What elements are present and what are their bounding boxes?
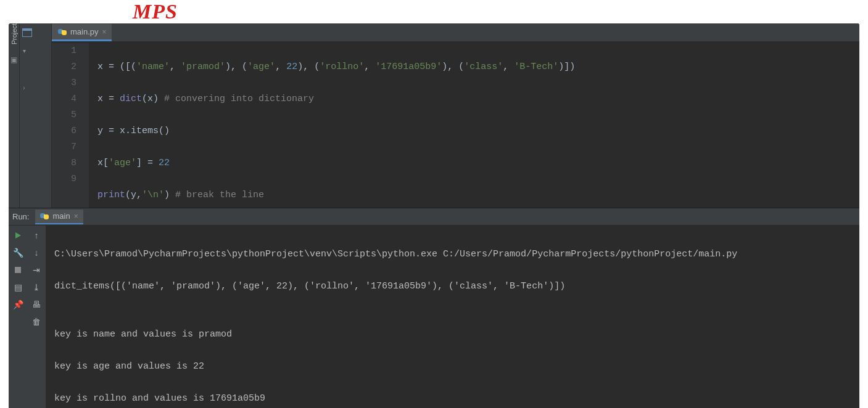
line-number: 8 xyxy=(52,155,76,171)
code-text: ) xyxy=(442,62,447,72)
console-line: C:\Users\Pramod\PycharmProjects\pythonPr… xyxy=(54,247,851,263)
tree-row[interactable] xyxy=(21,57,50,69)
code-text: 'rollno' xyxy=(320,62,364,72)
line-number: 1 xyxy=(52,43,76,59)
python-file-icon xyxy=(58,28,67,36)
pin-icon[interactable]: 📌 xyxy=(12,300,23,309)
code-text: ) xyxy=(164,190,175,200)
editor-section: Project ▣ ▾ › main.py × xyxy=(9,23,859,208)
code-view[interactable]: 1 2 3 4 5 6 7 8 9 x = ([('name', 'pramod… xyxy=(52,42,859,208)
line-number: 7 xyxy=(52,139,76,155)
python-file-icon xyxy=(40,212,49,221)
run-body: 🔧 ▤ 📌 ↑ ↓ ⇥ ⤓ 🖶 🗑 C:\Users\Pramod\Pychar… xyxy=(9,226,859,408)
svg-marker-0 xyxy=(15,232,21,239)
line-number: 4 xyxy=(52,91,76,107)
run-tab-label: main xyxy=(52,211,70,221)
tree-row[interactable]: ▾ xyxy=(21,44,50,57)
code-text: 'age' xyxy=(109,158,136,168)
code-text: = x.items() xyxy=(109,126,170,136)
code-text: , xyxy=(275,62,286,72)
code-text: x[ xyxy=(97,158,109,168)
rerun-icon[interactable] xyxy=(12,231,23,240)
code-text: # convering into dictionary xyxy=(164,94,314,104)
run-toolbar-primary: 🔧 ▤ 📌 xyxy=(9,226,27,408)
window-icon[interactable] xyxy=(22,28,32,37)
line-number: 9 xyxy=(52,171,76,187)
line-number: 5 xyxy=(52,107,76,123)
code-text: = ([( xyxy=(109,62,136,72)
close-icon[interactable]: × xyxy=(74,212,78,221)
run-panel: Run: main × 🔧 ▤ 📌 ↑ ↓ ⇥ ⤓ 🖶 🗑 xyxy=(9,208,859,408)
handwritten-annotation: MPS xyxy=(133,0,178,23)
line-number: 3 xyxy=(52,75,76,91)
up-arrow-icon[interactable]: ↑ xyxy=(31,231,42,240)
code-text: , xyxy=(364,62,375,72)
code-text: # break the line xyxy=(175,190,264,200)
ide-window: Project ▣ ▾ › main.py × xyxy=(9,23,859,408)
code-text: 'class' xyxy=(464,62,503,72)
line-number: 6 xyxy=(52,123,76,139)
chevron-right-icon: › xyxy=(21,84,27,91)
code-text: '17691a05b9' xyxy=(375,62,442,72)
code-text: 'age' xyxy=(247,62,275,72)
scroll-to-end-icon[interactable]: ⤓ xyxy=(31,282,42,292)
stop-icon[interactable] xyxy=(12,265,23,275)
editor-area: main.py × 1 2 3 4 5 6 7 8 9 x = ([('name… xyxy=(52,23,859,208)
trash-icon[interactable]: 🗑 xyxy=(31,317,42,327)
code-text: 'name' xyxy=(136,62,170,72)
tab-label: main.py xyxy=(70,27,99,36)
editor-tab-bar: main.py × xyxy=(52,23,859,42)
code-text: 'B-Tech' xyxy=(514,62,558,72)
code-text: , xyxy=(170,62,181,72)
folder-icon[interactable]: ▣ xyxy=(10,55,17,64)
console-line: key is rollno and values is 17691a05b9 xyxy=(54,391,851,407)
console-line: dict_items([('name', 'pramod'), ('age', … xyxy=(54,279,851,295)
tree-body: ▾ › xyxy=(20,42,51,96)
console-line: key is age and values is 22 xyxy=(54,359,851,375)
run-panel-label: Run: xyxy=(12,212,29,221)
line-number: 2 xyxy=(52,59,76,75)
editor-tab-main-py[interactable]: main.py × xyxy=(52,24,112,41)
tree-row[interactable]: › xyxy=(21,81,50,94)
code-text: print xyxy=(97,190,125,200)
code-text: ) xyxy=(225,62,231,72)
code-text: , ( xyxy=(303,62,320,72)
code-text: '\n' xyxy=(142,190,164,200)
code-text: , xyxy=(503,62,514,72)
console-line: key is name and values is pramod xyxy=(54,327,851,343)
soft-wrap-icon[interactable]: ⇥ xyxy=(31,265,42,275)
code-text: , ( xyxy=(447,62,464,72)
code-text: 'pramod' xyxy=(181,62,225,72)
code-text: , xyxy=(136,190,142,200)
line-number-gutter: 1 2 3 4 5 6 7 8 9 xyxy=(52,43,89,208)
svg-rect-1 xyxy=(15,267,21,273)
print-icon[interactable]: 🖶 xyxy=(31,300,42,309)
tree-row[interactable] xyxy=(21,69,50,81)
project-tree-panel: ▾ › xyxy=(20,23,52,208)
run-toolbar-secondary: ↑ ↓ ⇥ ⤓ 🖶 🗑 xyxy=(27,226,46,408)
run-tab-bar: Run: main × xyxy=(9,208,859,226)
code-text: ) xyxy=(297,62,303,72)
close-icon[interactable]: × xyxy=(102,28,107,36)
code-text: x xyxy=(97,62,109,72)
code-text: 22 xyxy=(286,62,297,72)
code-text: (y xyxy=(125,190,136,200)
project-tool-button[interactable]: Project xyxy=(10,23,18,51)
code-text: , ( xyxy=(231,62,247,72)
code-text: ] = xyxy=(136,158,159,168)
run-tab-main[interactable]: main × xyxy=(35,210,83,224)
console-output[interactable]: C:\Users\Pramod\PycharmProjects\pythonPr… xyxy=(46,226,859,408)
layout-icon[interactable]: ▤ xyxy=(12,282,23,292)
down-arrow-icon[interactable]: ↓ xyxy=(31,248,42,258)
chevron-down-icon: ▾ xyxy=(21,47,27,54)
left-tool-rail: Project ▣ xyxy=(9,23,20,208)
code-text: )]) xyxy=(558,62,575,72)
code-lines[interactable]: x = ([('name', 'pramod'), ('age', 22), (… xyxy=(89,43,859,208)
code-text: = xyxy=(109,94,120,104)
code-text: y xyxy=(97,126,109,136)
wrench-icon[interactable]: 🔧 xyxy=(12,248,23,258)
code-text: (x) xyxy=(142,94,164,104)
code-text: x xyxy=(97,94,109,104)
project-tree-header xyxy=(20,23,51,42)
code-text: dict xyxy=(120,94,142,104)
